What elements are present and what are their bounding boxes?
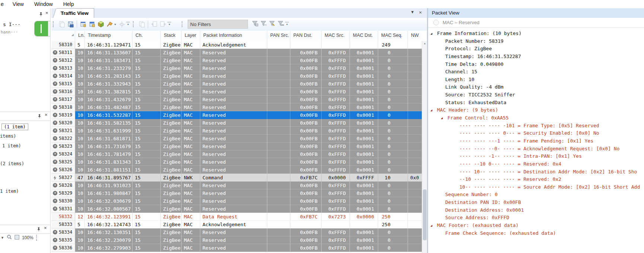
- filter-pencil-icon[interactable]: [269, 20, 276, 28]
- sidebar-item[interactable]: s I···: [3, 22, 20, 27]
- zoom-magnifier-icon[interactable]: [7, 234, 12, 241]
- table-row[interactable]: 583274716:46:31.89576715ZigBeeNWKCommand…: [51, 174, 422, 182]
- cube-3d-icon[interactable]: [96, 20, 105, 28]
- scroll-up-icon[interactable]: ▲: [422, 42, 427, 45]
- table-row[interactable]: ✕583211016:46:31.63199915ZigBeeMACReserv…: [51, 127, 422, 135]
- tree-node[interactable]: Destination PAN ID: 0x00FB: [428, 199, 644, 206]
- tree-node[interactable]: Protocol: ZigBee: [428, 45, 644, 53]
- sidebar-item[interactable]: (1 item): [1, 124, 28, 130]
- column-header-num[interactable]: ◢: [51, 31, 75, 41]
- column-header-layer[interactable]: Layer: [182, 31, 200, 41]
- drag-handle[interactable]: [182, 21, 184, 27]
- save-session-icon[interactable]: [66, 20, 75, 28]
- tree-node[interactable]: Packet Number: 58319: [428, 38, 644, 45]
- close-icon[interactable]: ×: [44, 225, 47, 230]
- menu-item-window[interactable]: Window: [29, 0, 58, 8]
- drag-handle[interactable]: [36, 235, 38, 241]
- tree-node[interactable]: ···· ···· ·1·· ···· = Intra-PAN: [0x1] Y…: [428, 153, 644, 160]
- tree-node[interactable]: Sequence Number: 0: [428, 191, 644, 199]
- fit-page-icon[interactable]: [15, 234, 19, 241]
- export-packets-icon[interactable]: [57, 20, 66, 28]
- table-row[interactable]: ✕583111016:46:31.13360715ZigBeeMACReserv…: [51, 49, 422, 57]
- table-row[interactable]: ✕583201016:46:31.58213515ZigBeeMACReserv…: [51, 119, 422, 127]
- tree-node[interactable]: Channel: 15: [428, 68, 644, 76]
- tab-list-dropdown-icon[interactable]: ▼: [411, 10, 415, 15]
- import-next-icon[interactable]: [159, 20, 168, 28]
- lock-view-icon[interactable]: [87, 20, 96, 28]
- table-row[interactable]: ✕583361016:46:32.27990315ZigBeeMACReserv…: [51, 244, 422, 252]
- tree-expander-icon[interactable]: ◢: [430, 30, 432, 38]
- table-row[interactable]: ✕583311016:46:32.08056715ZigBeeMACReserv…: [51, 205, 422, 213]
- pin-icon[interactable]: [36, 226, 42, 231]
- tree-node[interactable]: ···· ···· ··0· ···· = Acknowledgement Re…: [428, 145, 644, 153]
- table-row[interactable]: ✕583151016:46:31.33294315ZigBeeMACReserv…: [51, 80, 422, 88]
- tree-node[interactable]: 10·· ···· ···· ···· = Source Addr Mode: …: [428, 183, 644, 191]
- table-row[interactable]: ✕583231016:46:31.73167915ZigBeeMACReserv…: [51, 142, 422, 150]
- sidebar-item[interactable]: 1 item): [0, 189, 19, 194]
- vertical-scrollbar[interactable]: ▲: [422, 41, 427, 253]
- tree-node[interactable]: Destination Address: 0x0001: [428, 206, 644, 214]
- column-header-ln-[interactable]: Ln.: [75, 31, 85, 41]
- drag-handle[interactable]: [133, 21, 135, 27]
- table-row[interactable]: ✕583161016:46:31.38281515ZigBeeMACReserv…: [51, 88, 422, 96]
- table-row[interactable]: ✕583171016:46:31.43267915ZigBeeMACReserv…: [51, 96, 422, 103]
- column-header-mac-dst-[interactable]: MAC Dst.: [350, 31, 378, 41]
- table-row[interactable]: ✕583251016:46:31.83134315ZigBeeMACReserv…: [51, 158, 422, 166]
- drag-handle[interactable]: [53, 21, 55, 27]
- close-icon[interactable]: ×: [45, 112, 48, 117]
- tree-node[interactable]: ···· ···· ···1 ···· = Frame Pending: [0x…: [428, 137, 644, 145]
- menu-item-view[interactable]: View: [7, 0, 29, 8]
- toolbar-overflow-icon[interactable]: ▾: [285, 22, 289, 28]
- tree-node[interactable]: Status: ExhaustedData: [428, 99, 644, 107]
- tree-expander-icon[interactable]: ◢: [430, 222, 432, 230]
- tree-node[interactable]: ···· ···· ···· ·101 = Frame Type: [0x5] …: [428, 122, 644, 130]
- table-row[interactable]: ✕583281016:46:31.93102315ZigBeeMACReserv…: [51, 182, 422, 189]
- toolbar-overflow-icon[interactable]: ▾: [168, 22, 171, 28]
- autoscroll-list-icon[interactable]: [79, 20, 87, 28]
- table-row[interactable]: ✕583291016:46:31.98084715ZigBeeMACReserv…: [51, 189, 422, 197]
- filter-input[interactable]: [188, 20, 248, 29]
- tree-node[interactable]: ···· 10·· ···· ···· = Destination Addr M…: [428, 168, 644, 176]
- chevron-down-icon[interactable]: ▼: [1, 236, 4, 240]
- tree-node[interactable]: Time Delta: 0.049800: [428, 61, 644, 68]
- sidebar-item[interactable]: (2 items): [0, 161, 24, 166]
- tree-node[interactable]: Length: 10: [428, 76, 644, 84]
- table-row[interactable]: 58333516:46:32.12474315ZigBeeMACAcknowle…: [51, 221, 422, 228]
- tree-node[interactable]: Source Address: 0xFFFD: [428, 214, 644, 222]
- capture-toggle[interactable]: [34, 21, 51, 36]
- column-header-timestamp[interactable]: Timestamp: [85, 31, 133, 41]
- column-header-stack[interactable]: Stack: [161, 31, 182, 41]
- close-icon[interactable]: ×: [419, 10, 422, 15]
- column-header-packet-information[interactable]: Packet Information: [200, 31, 267, 41]
- tree-node[interactable]: Link Quality: -4 dBm: [428, 83, 644, 91]
- column-header-pan-dst-[interactable]: PAN Dst.: [290, 31, 322, 41]
- sidebar-item[interactable]: items): [0, 134, 16, 139]
- filter-edit-icon[interactable]: [260, 20, 267, 28]
- tree-node[interactable]: Source: TICC2532 Sniffer: [428, 91, 644, 99]
- menu-item-e[interactable]: e: [0, 0, 7, 8]
- tree-node[interactable]: ◢Frame Control: 0xAA55: [428, 114, 644, 122]
- filter-apply-icon[interactable]: [252, 20, 259, 28]
- tree-node[interactable]: ···· ··10 0··· ···· = Reserved: 0x4: [428, 160, 644, 168]
- tree-node[interactable]: ···· ···· ···· 0··· = Security Enabled: …: [428, 129, 644, 137]
- table-row[interactable]: ✕583351016:46:32.23007915ZigBeeMACReserv…: [51, 236, 422, 244]
- clear-broom-icon[interactable]: [105, 20, 117, 28]
- copy-pages-icon[interactable]: [137, 20, 146, 28]
- table-row[interactable]: ✕583301016:46:32.03067915ZigBeeMACReserv…: [51, 197, 422, 205]
- table-row[interactable]: 583321216:46:32.12399115ZigBeeMACData Re…: [51, 213, 422, 221]
- pin-icon[interactable]: [39, 11, 44, 16]
- tree-expander-icon[interactable]: ◢: [430, 106, 432, 114]
- tree-node[interactable]: Timestamp: 16:46:31.532287: [428, 53, 644, 61]
- column-header-ch-[interactable]: Ch.: [133, 31, 161, 41]
- sidebar-item[interactable]: hann···: [1, 30, 18, 35]
- sidebar-item[interactable]: 1 item): [2, 143, 21, 148]
- table-row[interactable]: ✕583131016:46:31.23327915ZigBeeMACReserv…: [51, 64, 422, 72]
- pin-icon[interactable]: [37, 113, 42, 118]
- scrollbar-thumb[interactable]: [423, 189, 427, 240]
- menu-item-help[interactable]: Help: [58, 0, 79, 8]
- table-row[interactable]: ✕583141016:46:31.28314315ZigBeeMACReserv…: [51, 72, 422, 80]
- table-row[interactable]: ✕583241016:46:31.78147915ZigBeeMACReserv…: [51, 150, 422, 158]
- tree-expander-icon[interactable]: ◢: [441, 114, 443, 122]
- tree-node[interactable]: Frame Check Sequence: (exhausted data): [428, 230, 644, 237]
- table-row[interactable]: 58310516:46:31.12947115ZigBeeMACAcknowle…: [51, 41, 422, 49]
